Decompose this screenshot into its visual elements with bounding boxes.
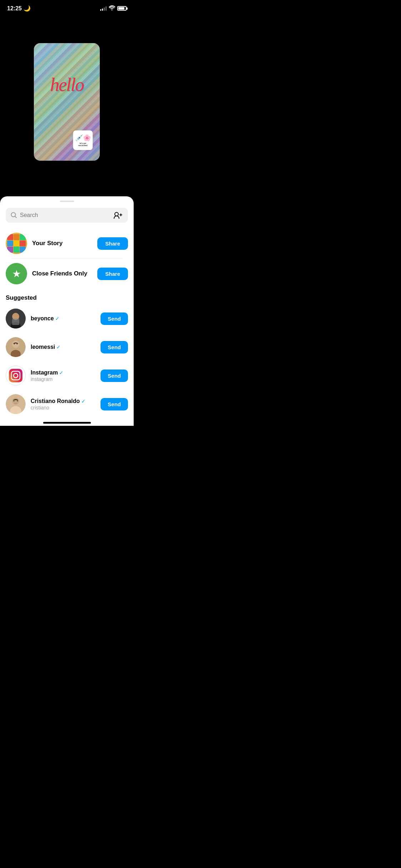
battery-icon <box>117 6 127 11</box>
leomessi-verified: ✓ <box>56 344 61 350</box>
your-story-label: Your Story <box>32 240 92 247</box>
suggested-item-beyonce: beyonce ✓ Send <box>6 304 128 333</box>
hello-text: hello <box>50 74 84 95</box>
status-time: 12:25 🌙 <box>7 5 31 12</box>
home-bar <box>43 422 91 424</box>
cristiano-handle: cristiano <box>31 405 96 410</box>
svg-point-20 <box>17 401 18 402</box>
beyonce-avatar <box>6 309 26 329</box>
story-preview-area: hello 💉🌸 let's getvaccinated <box>0 15 134 196</box>
leomessi-send-button[interactable]: Send <box>101 341 128 353</box>
instagram-send-button[interactable]: Send <box>101 370 128 382</box>
suggested-section: Suggested beyonce ✓ Send <box>0 289 134 418</box>
search-input[interactable] <box>20 212 111 218</box>
svg-point-15 <box>19 372 20 373</box>
leomessi-avatar <box>6 337 26 357</box>
your-story-item: Your Story Share <box>6 228 128 258</box>
your-story-avatar <box>6 233 27 254</box>
svg-point-19 <box>14 401 15 402</box>
status-bar: 12:25 🌙 <box>0 0 134 15</box>
instagram-username: Instagram <box>31 370 58 376</box>
instagram-handle: instagram <box>31 376 96 382</box>
story-items: Your Story Share ★ Close Friends Only Sh… <box>0 228 134 289</box>
cristiano-avatar <box>6 394 26 414</box>
close-friends-item: ★ Close Friends Only Share <box>6 259 128 289</box>
suggested-item-leomessi: leomessi ✓ Send <box>6 333 128 361</box>
instagram-verified: ✓ <box>59 370 63 376</box>
story-card: hello 💉🌸 let's getvaccinated <box>34 43 100 161</box>
signal-icon <box>100 6 107 11</box>
your-story-share-button[interactable]: Share <box>97 237 128 250</box>
close-friends-avatar: ★ <box>6 263 27 284</box>
time-display: 12:25 <box>7 5 22 12</box>
beyonce-send-button[interactable]: Send <box>101 312 128 325</box>
add-people-icon[interactable] <box>114 211 123 219</box>
star-icon: ★ <box>12 268 21 280</box>
close-friends-label: Close Friends Only <box>32 270 92 277</box>
leomessi-info: leomessi ✓ <box>31 344 96 350</box>
svg-rect-12 <box>9 369 22 382</box>
svg-point-1 <box>115 212 118 216</box>
moon-icon: 🌙 <box>24 5 31 12</box>
search-container <box>0 208 134 228</box>
instagram-info: Instagram ✓ instagram <box>31 370 96 382</box>
search-icon <box>11 212 17 218</box>
svg-point-9 <box>12 341 19 348</box>
cristiano-verified: ✓ <box>81 398 86 404</box>
beyonce-info: beyonce ✓ <box>31 315 96 322</box>
cristiano-info: Cristiano Ronaldo ✓ cristiano <box>31 398 96 410</box>
instagram-avatar <box>6 366 26 386</box>
home-indicator <box>0 418 134 426</box>
suggested-item-instagram: Instagram ✓ instagram Send <box>6 361 128 390</box>
close-friends-share-button[interactable]: Share <box>97 268 128 280</box>
bottom-sheet: Your Story Share ★ Close Friends Only Sh… <box>0 196 134 426</box>
search-bar <box>6 208 128 223</box>
svg-point-10 <box>14 343 15 345</box>
beyonce-verified: ✓ <box>55 316 60 321</box>
svg-point-11 <box>17 343 18 345</box>
sheet-handle <box>60 201 74 202</box>
cristiano-username: Cristiano Ronaldo <box>31 398 80 404</box>
svg-rect-5 <box>12 319 19 325</box>
wifi-icon <box>109 5 115 11</box>
suggested-item-cristiano: Cristiano Ronaldo ✓ cristiano Send <box>6 390 128 418</box>
cristiano-send-button[interactable]: Send <box>101 398 128 410</box>
beyonce-username: beyonce <box>31 315 54 322</box>
leomessi-username: leomessi <box>31 344 55 350</box>
vaccine-sticker: 💉🌸 let's getvaccinated <box>73 130 93 150</box>
status-icons <box>100 5 127 11</box>
suggested-title: Suggested <box>6 294 128 301</box>
